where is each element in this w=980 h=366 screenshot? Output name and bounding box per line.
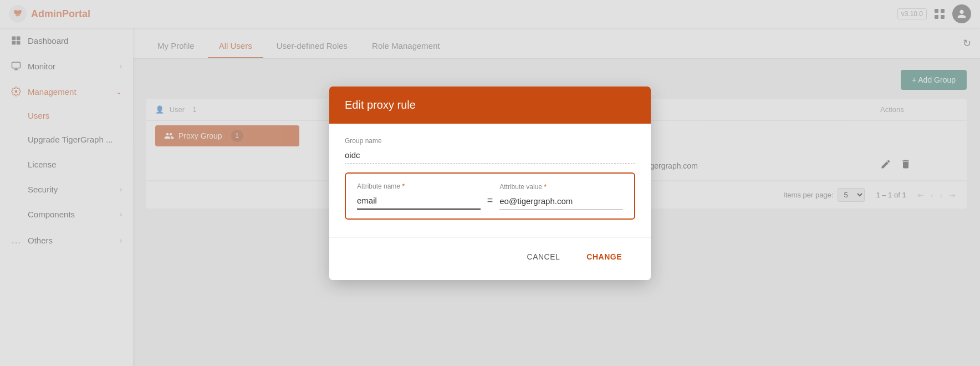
modal-title: Edit proxy rule — [345, 99, 416, 111]
attribute-value-field: Attribute value — [499, 183, 623, 210]
equals-sign: = — [487, 195, 493, 210]
attribute-value-input[interactable] — [499, 193, 623, 210]
group-name-label: Group name — [345, 137, 635, 145]
attribute-row: Attribute name = Attribute value — [357, 182, 623, 210]
attribute-name-field: Attribute name — [357, 182, 481, 210]
group-name-input[interactable] — [345, 147, 635, 164]
modal-body: Group name Attribute name = Attribute va… — [329, 124, 651, 237]
group-name-field: Group name — [345, 137, 635, 164]
modal-overlay: Edit proxy rule Group name Attribute nam… — [0, 0, 980, 366]
modal-actions: CANCEL CHANGE — [329, 237, 651, 280]
attribute-name-label: Attribute name — [357, 182, 481, 190]
edit-proxy-rule-modal: Edit proxy rule Group name Attribute nam… — [329, 87, 651, 280]
change-button[interactable]: CHANGE — [573, 247, 635, 267]
attribute-name-input[interactable] — [357, 192, 481, 210]
attribute-value-label: Attribute value — [499, 183, 623, 191]
modal-header: Edit proxy rule — [329, 87, 651, 124]
cancel-button[interactable]: CANCEL — [514, 247, 574, 267]
attribute-fields-box: Attribute name = Attribute value — [345, 172, 635, 220]
